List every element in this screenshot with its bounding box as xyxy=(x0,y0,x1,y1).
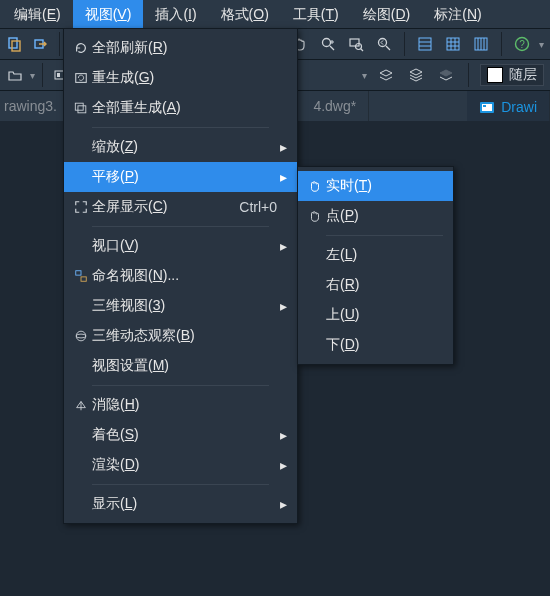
menu-dimension[interactable]: 标注(N) xyxy=(422,0,493,28)
tool-copy-icon[interactable] xyxy=(4,33,26,55)
mi-display[interactable]: 显示(L)▸ xyxy=(64,489,297,519)
menubar: 编辑(E) 视图(V) 插入(I) 格式(O) 工具(T) 绘图(D) 标注(N… xyxy=(0,0,550,29)
color-bylayer-dropdown[interactable]: 随层 xyxy=(480,64,544,86)
submenu-arrow-icon: ▸ xyxy=(277,427,287,443)
pan-submenu: 实时(T) 点(P) 左(L) 右(R) 上(U) 下(D) xyxy=(297,166,454,365)
mi-zoom[interactable]: 缩放(Z)▸ xyxy=(64,132,297,162)
color-swatch-icon xyxy=(487,67,503,83)
svg-rect-37 xyxy=(78,106,86,113)
toolbar-divider xyxy=(59,32,60,56)
menu-separator xyxy=(92,385,269,386)
svg-rect-1 xyxy=(12,41,20,51)
menu-format[interactable]: 格式(O) xyxy=(209,0,281,28)
mi-pan-point[interactable]: 点(P) xyxy=(298,201,453,231)
svg-rect-38 xyxy=(76,271,81,275)
svg-rect-18 xyxy=(447,38,459,50)
submenu-arrow-icon: ▸ xyxy=(277,457,287,473)
mi-orbit3d[interactable]: 三维动态观察(B) xyxy=(64,321,297,351)
mi-regen-all[interactable]: 全部重生成(A) xyxy=(64,93,297,123)
regen-icon xyxy=(74,71,88,85)
tool-follow-icon[interactable] xyxy=(30,33,52,55)
dropdown-caret-icon[interactable]: ▾ xyxy=(539,39,544,50)
svg-rect-39 xyxy=(81,277,86,281)
mi-pan-left[interactable]: 左(L) xyxy=(298,240,453,270)
view-menu: 全部刷新(R) 重生成(G) 全部重生成(A) 缩放(Z)▸ 平移(P)▸ 全屏… xyxy=(63,28,298,524)
mi-named-views[interactable]: 命名视图(N)... xyxy=(64,261,297,291)
submenu-arrow-icon: ▸ xyxy=(277,169,287,185)
submenu-arrow-icon: ▸ xyxy=(277,139,287,155)
regen-all-icon xyxy=(74,101,88,115)
svg-line-14 xyxy=(386,46,390,50)
menu-tools[interactable]: 工具(T) xyxy=(281,0,351,28)
hand-point-icon xyxy=(308,209,322,223)
mi-pan[interactable]: 平移(P)▸ xyxy=(64,162,297,192)
dropdown-caret-icon[interactable]: ▾ xyxy=(362,70,367,81)
svg-rect-15 xyxy=(419,38,431,50)
tab-drawing3[interactable]: rawing3. xyxy=(0,91,70,121)
tool-grid-a-icon[interactable] xyxy=(414,33,436,55)
fullscreen-icon xyxy=(74,200,88,214)
tool-layer-folder-icon[interactable] xyxy=(4,64,26,86)
svg-line-7 xyxy=(330,46,334,50)
tool-zoom-window-icon[interactable] xyxy=(345,33,367,55)
toolbar-1-right: ? ▾ xyxy=(276,29,544,59)
submenu-arrow-icon: ▸ xyxy=(277,496,287,512)
mi-fullscreen[interactable]: 全屏显示(C) Ctrl+0 xyxy=(64,192,297,222)
orbit-icon xyxy=(74,329,88,343)
refresh-icon xyxy=(74,41,88,55)
mi-render[interactable]: 渲染(D)▸ xyxy=(64,450,297,480)
mi-viewport[interactable]: 视口(V)▸ xyxy=(64,231,297,261)
tab-drawing4[interactable]: 4.dwg* xyxy=(301,91,369,121)
submenu-arrow-icon: ▸ xyxy=(277,298,287,314)
toolbar-divider xyxy=(468,63,469,87)
mi-hide[interactable]: 消隐(H) xyxy=(64,390,297,420)
hand-icon xyxy=(308,179,322,193)
toolbar-divider xyxy=(404,32,405,56)
mi-pan-realtime[interactable]: 实时(T) xyxy=(298,171,453,201)
dwg-file-icon xyxy=(479,99,495,115)
svg-point-6 xyxy=(323,39,331,47)
toolbar-divider xyxy=(501,32,502,56)
mi-shade[interactable]: 着色(S)▸ xyxy=(64,420,297,450)
hide-icon xyxy=(74,398,88,412)
menu-separator xyxy=(92,127,269,128)
svg-rect-36 xyxy=(75,103,83,110)
tool-layers-2-icon[interactable] xyxy=(405,64,427,86)
svg-point-13 xyxy=(379,39,387,47)
menu-view[interactable]: 视图(V) xyxy=(73,0,144,28)
mi-regen[interactable]: 重生成(G) xyxy=(64,63,297,93)
tool-zoom-prev-icon[interactable] xyxy=(373,33,395,55)
mi-pan-right[interactable]: 右(R) xyxy=(298,270,453,300)
svg-point-40 xyxy=(76,331,86,341)
dropdown-caret-icon[interactable]: ▾ xyxy=(30,70,35,81)
svg-rect-10 xyxy=(350,39,359,46)
menu-edit[interactable]: 编辑(E) xyxy=(2,0,73,28)
toolbar-divider xyxy=(42,63,43,87)
tool-zoom-realtime-icon[interactable] xyxy=(317,33,339,55)
mi-refresh-all[interactable]: 全部刷新(R) xyxy=(64,33,297,63)
tool-layers-3-icon[interactable] xyxy=(435,64,457,86)
menu-separator xyxy=(92,484,269,485)
svg-rect-0 xyxy=(9,38,17,48)
submenu-arrow-icon: ▸ xyxy=(277,238,287,254)
menu-draw[interactable]: 绘图(D) xyxy=(351,0,422,28)
menu-separator xyxy=(92,226,269,227)
tool-layers-1-icon[interactable] xyxy=(375,64,397,86)
mi-view-settings[interactable]: 视图设置(M) xyxy=(64,351,297,381)
tool-help-icon[interactable]: ? xyxy=(511,33,533,55)
menu-insert[interactable]: 插入(I) xyxy=(143,0,208,28)
svg-rect-34 xyxy=(483,105,486,107)
named-views-icon xyxy=(74,269,88,283)
mi-view3d[interactable]: 三维视图(3)▸ xyxy=(64,291,297,321)
tool-grid-c-icon[interactable] xyxy=(470,33,492,55)
mi-pan-up[interactable]: 上(U) xyxy=(298,300,453,330)
mi-pan-down[interactable]: 下(D) xyxy=(298,330,453,360)
svg-line-12 xyxy=(361,49,363,51)
color-bylayer-label: 随层 xyxy=(509,66,537,84)
tool-grid-b-icon[interactable] xyxy=(442,33,464,55)
tab-active-drawing[interactable]: Drawi xyxy=(467,91,550,123)
menu-separator xyxy=(326,235,443,236)
svg-rect-30 xyxy=(57,73,60,77)
toolbar-2-right: ▾ 随层 xyxy=(362,60,544,90)
svg-point-41 xyxy=(76,334,86,338)
